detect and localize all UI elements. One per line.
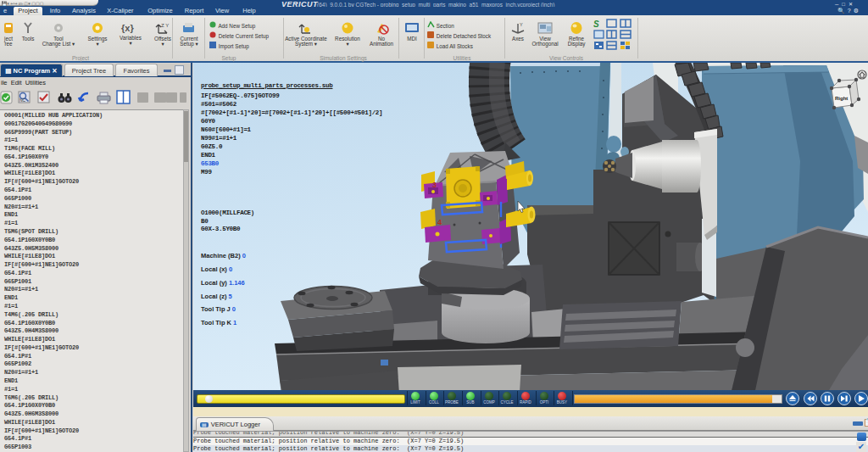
svg-text:Z Y: Z Y xyxy=(161,23,169,28)
svg-text:Right: Right xyxy=(835,96,848,101)
svg-text:{x}: {x} xyxy=(121,23,134,33)
svg-text:Y: Y xyxy=(520,22,523,27)
svg-text:3: 3 xyxy=(432,181,437,189)
svg-text:4: 4 xyxy=(437,218,442,226)
svg-text:NC: NC xyxy=(19,98,26,103)
svg-text:S: S xyxy=(593,20,599,29)
